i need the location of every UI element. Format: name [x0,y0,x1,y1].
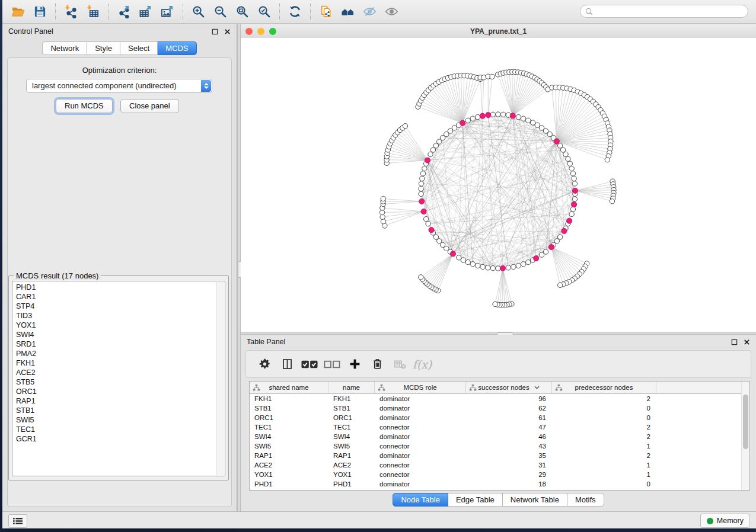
mcds-result-item[interactable]: YOX1 [12,321,216,330]
tab-edge-table[interactable]: Edge Table [448,493,503,507]
zoom-selected-button[interactable] [253,2,275,21]
graph-node[interactable] [567,161,572,166]
graph-node-mcds[interactable] [534,255,539,261]
tab-motifs[interactable]: Motifs [567,493,604,507]
zoom-in-button[interactable] [187,2,209,21]
table-row[interactable]: TEC1TEC1connector472 [250,422,749,432]
tab-style[interactable]: Style [87,41,120,55]
show-panels-button[interactable] [8,514,27,528]
tab-network[interactable]: Network [42,41,87,55]
graph-node[interactable] [381,219,385,224]
table-row[interactable]: SWI5SWI5connector431 [250,441,749,451]
float-panel-icon[interactable] [212,28,218,35]
mcds-result-item[interactable]: SWI4 [12,330,216,339]
graph-node[interactable] [572,181,577,186]
table-row[interactable]: RAP1RAP1dominator352 [250,451,749,460]
table-row[interactable]: STB1STB1dominator620 [250,403,749,413]
graph-node-mcds[interactable] [480,113,485,118]
graph-node[interactable] [521,262,525,267]
graph-node[interactable] [403,123,407,128]
mcds-result-item[interactable]: STB1 [12,406,216,415]
hide-selected-button[interactable] [359,2,381,21]
mcds-result-item[interactable]: STB5 [12,377,216,387]
mcds-result-item[interactable]: ORC1 [12,387,216,396]
graph-node[interactable] [419,275,423,280]
graph-node[interactable] [381,196,385,201]
graph-node[interactable] [490,74,495,79]
zoom-fit-button[interactable] [231,2,253,21]
graph-node[interactable] [419,186,423,191]
mcds-result-item[interactable]: SRD1 [12,339,216,349]
close-panel-icon[interactable] [744,339,750,345]
graph-node[interactable] [572,176,576,181]
run-mcds-button[interactable]: Run MCDS [56,99,113,113]
first-neighbors-button[interactable] [337,2,359,21]
memory-button[interactable]: Memory [700,514,750,528]
graph-node-mcds[interactable] [450,251,455,257]
tab-mcds[interactable]: MCDS [158,41,196,55]
mcds-result-item[interactable]: SWI5 [12,415,216,425]
delete-columns-button[interactable] [367,355,387,373]
graph-node[interactable] [426,222,430,226]
graph-node[interactable] [419,191,423,196]
graph-node[interactable] [506,265,511,270]
mcds-result-item[interactable]: TID3 [12,311,216,321]
graph-node-mcds[interactable] [486,112,491,117]
graph-node[interactable] [480,264,485,269]
graph-node-mcds[interactable] [500,265,505,271]
graph-node[interactable] [475,263,480,268]
graph-node[interactable] [457,255,461,260]
graph-node[interactable] [470,116,475,121]
settings-gear-button[interactable] [254,355,275,373]
deselect-all-checkboxes-button[interactable] [322,355,342,373]
mcds-result-item[interactable]: TEC1 [12,425,216,434]
graph-node[interactable] [493,302,497,306]
graph-node-mcds[interactable] [510,113,515,118]
graph-node[interactable] [422,166,427,171]
graph-node-mcds[interactable] [572,202,577,207]
graph-node[interactable] [526,118,531,123]
graph-node-mcds[interactable] [429,227,434,233]
graph-node[interactable] [423,217,428,222]
table-scrollbar-thumb[interactable] [743,395,748,449]
graph-node[interactable] [569,166,574,171]
graph-node[interactable] [475,114,480,119]
table-row[interactable]: ORC1ORC1dominator610 [250,413,749,422]
graph-node-mcds[interactable] [554,139,559,144]
import-table-button[interactable] [82,2,104,21]
graph-node[interactable] [465,118,470,123]
graph-node-mcds[interactable] [425,158,430,163]
add-column-button[interactable] [344,355,365,373]
graph-node-mcds[interactable] [421,209,426,214]
graph-node[interactable] [570,207,575,211]
graph-node[interactable] [490,266,495,271]
close-panel-icon[interactable] [224,28,231,35]
show-all-button[interactable] [381,2,403,21]
graph-node[interactable] [560,148,565,152]
graph-node[interactable] [563,152,568,156]
close-panel-button[interactable]: Close panel [120,99,179,113]
graph-node[interactable] [535,123,540,127]
table-row[interactable]: PHD1PHD1dominator180 [250,479,749,489]
graph-node[interactable] [419,181,423,186]
graph-node[interactable] [566,156,570,161]
column-header-successor-nodes[interactable]: successor nodes [466,382,552,393]
criterion-dropdown[interactable]: largest connected component (undirected) [26,79,212,93]
graph-node[interactable] [490,112,495,117]
mcds-result-item[interactable]: ACE2 [12,368,216,377]
select-all-checkboxes-button[interactable] [299,355,320,373]
graph-node[interactable] [470,262,475,267]
graph-node[interactable] [465,259,470,264]
table-scrollbar[interactable] [741,382,749,490]
graph-node-mcds[interactable] [562,228,567,233]
graph-node[interactable] [452,126,457,130]
save-button[interactable] [29,2,51,21]
tab-node-table[interactable]: Node Table [393,493,448,507]
copy-current-network-button[interactable] [315,2,337,21]
graph-node[interactable] [570,171,575,176]
search-box[interactable] [580,5,748,18]
column-header-predecessor-nodes[interactable]: predecessor nodes [552,382,656,393]
graph-node[interactable] [461,258,465,262]
graph-node[interactable] [605,157,610,162]
graph-node[interactable] [496,112,500,117]
